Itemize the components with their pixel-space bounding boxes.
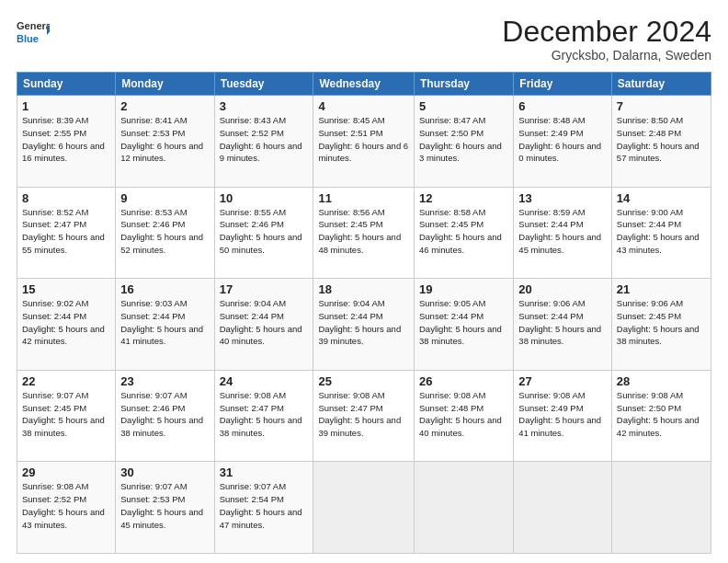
calendar-cell: 9Sunrise: 8:53 AMSunset: 2:46 PMDaylight… [116, 187, 214, 279]
title-block: December 2024 Grycksbo, Dalarna, Sweden [502, 17, 711, 63]
day-detail: Sunrise: 8:55 AMSunset: 2:46 PMDaylight:… [220, 206, 309, 257]
day-detail: Sunrise: 8:47 AMSunset: 2:50 PMDaylight:… [419, 114, 508, 165]
weekday-header-wednesday: Wednesday [313, 73, 415, 96]
calendar-cell: 8Sunrise: 8:52 AMSunset: 2:47 PMDaylight… [17, 187, 116, 279]
day-number: 11 [318, 191, 409, 205]
day-number: 14 [617, 191, 706, 205]
day-detail: Sunrise: 9:04 AMSunset: 2:44 PMDaylight:… [318, 297, 409, 348]
day-number: 9 [120, 191, 209, 205]
day-detail: Sunrise: 8:56 AMSunset: 2:45 PMDaylight:… [318, 206, 409, 257]
calendar-table: SundayMondayTuesdayWednesdayThursdayFrid… [17, 72, 711, 554]
day-detail: Sunrise: 9:08 AMSunset: 2:50 PMDaylight:… [617, 389, 706, 440]
calendar-cell: 30Sunrise: 9:07 AMSunset: 2:53 PMDayligh… [116, 462, 214, 554]
calendar-cell: 7Sunrise: 8:50 AMSunset: 2:48 PMDaylight… [611, 96, 711, 188]
logo-svg: General Blue [17, 17, 50, 50]
weekday-header-row: SundayMondayTuesdayWednesdayThursdayFrid… [17, 73, 711, 96]
day-number: 12 [419, 191, 508, 205]
calendar-cell: 20Sunrise: 9:06 AMSunset: 2:44 PMDayligh… [514, 279, 612, 371]
day-detail: Sunrise: 8:43 AMSunset: 2:52 PMDaylight:… [220, 114, 309, 165]
day-number: 27 [518, 374, 607, 388]
calendar-cell: 25Sunrise: 9:08 AMSunset: 2:47 PMDayligh… [313, 370, 415, 462]
day-detail: Sunrise: 8:53 AMSunset: 2:46 PMDaylight:… [120, 206, 209, 257]
calendar-cell: 10Sunrise: 8:55 AMSunset: 2:46 PMDayligh… [214, 187, 313, 279]
calendar-cell: 21Sunrise: 9:06 AMSunset: 2:45 PMDayligh… [611, 279, 711, 371]
logo: General Blue [17, 17, 50, 50]
day-number: 22 [22, 374, 110, 388]
day-number: 15 [22, 282, 110, 296]
day-detail: Sunrise: 9:07 AMSunset: 2:53 PMDaylight:… [120, 480, 209, 531]
calendar-cell: 5Sunrise: 8:47 AMSunset: 2:50 PMDaylight… [415, 96, 514, 188]
calendar-cell [415, 462, 514, 554]
day-detail: Sunrise: 9:07 AMSunset: 2:45 PMDaylight:… [22, 389, 110, 440]
day-detail: Sunrise: 8:48 AMSunset: 2:49 PMDaylight:… [518, 114, 607, 165]
day-number: 13 [518, 191, 607, 205]
day-number: 24 [220, 374, 309, 388]
calendar-page: General Blue December 2024 Grycksbo, Dal… [0, 0, 728, 563]
day-number: 25 [318, 374, 409, 388]
calendar-cell: 13Sunrise: 8:59 AMSunset: 2:44 PMDayligh… [514, 187, 612, 279]
day-detail: Sunrise: 9:08 AMSunset: 2:48 PMDaylight:… [419, 389, 508, 440]
day-detail: Sunrise: 9:06 AMSunset: 2:45 PMDaylight:… [617, 297, 706, 348]
calendar-cell: 1Sunrise: 8:39 AMSunset: 2:55 PMDaylight… [17, 96, 116, 188]
day-number: 3 [220, 99, 309, 113]
weekday-header-tuesday: Tuesday [214, 73, 313, 96]
calendar-cell: 18Sunrise: 9:04 AMSunset: 2:44 PMDayligh… [313, 279, 415, 371]
calendar-cell: 19Sunrise: 9:05 AMSunset: 2:44 PMDayligh… [415, 279, 514, 371]
calendar-cell: 28Sunrise: 9:08 AMSunset: 2:50 PMDayligh… [611, 370, 711, 462]
location: Grycksbo, Dalarna, Sweden [502, 48, 711, 63]
calendar-cell: 16Sunrise: 9:03 AMSunset: 2:44 PMDayligh… [116, 279, 214, 371]
weekday-header-thursday: Thursday [415, 73, 514, 96]
header: General Blue December 2024 Grycksbo, Dal… [17, 17, 711, 63]
weekday-header-sunday: Sunday [17, 73, 116, 96]
svg-text:General: General [17, 20, 50, 31]
calendar-cell: 31Sunrise: 9:07 AMSunset: 2:54 PMDayligh… [214, 462, 313, 554]
day-detail: Sunrise: 9:05 AMSunset: 2:44 PMDaylight:… [419, 297, 508, 348]
day-number: 23 [120, 374, 209, 388]
day-number: 21 [617, 282, 706, 296]
calendar-cell [313, 462, 415, 554]
calendar-cell: 29Sunrise: 9:08 AMSunset: 2:52 PMDayligh… [17, 462, 116, 554]
calendar-cell: 15Sunrise: 9:02 AMSunset: 2:44 PMDayligh… [17, 279, 116, 371]
calendar-cell: 6Sunrise: 8:48 AMSunset: 2:49 PMDaylight… [514, 96, 612, 188]
day-number: 8 [22, 191, 110, 205]
day-number: 6 [518, 99, 607, 113]
month-title: December 2024 [502, 17, 711, 46]
calendar-cell: 2Sunrise: 8:41 AMSunset: 2:53 PMDaylight… [116, 96, 214, 188]
calendar-cell: 12Sunrise: 8:58 AMSunset: 2:45 PMDayligh… [415, 187, 514, 279]
calendar-cell: 22Sunrise: 9:07 AMSunset: 2:45 PMDayligh… [17, 370, 116, 462]
day-detail: Sunrise: 8:59 AMSunset: 2:44 PMDaylight:… [518, 206, 607, 257]
calendar-cell: 11Sunrise: 8:56 AMSunset: 2:45 PMDayligh… [313, 187, 415, 279]
calendar-cell: 4Sunrise: 8:45 AMSunset: 2:51 PMDaylight… [313, 96, 415, 188]
day-detail: Sunrise: 8:50 AMSunset: 2:48 PMDaylight:… [617, 114, 706, 165]
day-number: 19 [419, 282, 508, 296]
day-detail: Sunrise: 9:08 AMSunset: 2:47 PMDaylight:… [220, 389, 309, 440]
day-detail: Sunrise: 8:39 AMSunset: 2:55 PMDaylight:… [22, 114, 110, 165]
day-detail: Sunrise: 9:07 AMSunset: 2:54 PMDaylight:… [220, 480, 309, 531]
day-number: 20 [518, 282, 607, 296]
calendar-cell: 14Sunrise: 9:00 AMSunset: 2:44 PMDayligh… [611, 187, 711, 279]
day-detail: Sunrise: 8:45 AMSunset: 2:51 PMDaylight:… [318, 114, 409, 165]
day-number: 30 [120, 465, 209, 479]
week-row-1: 1Sunrise: 8:39 AMSunset: 2:55 PMDaylight… [17, 96, 711, 188]
day-detail: Sunrise: 8:52 AMSunset: 2:47 PMDaylight:… [22, 206, 110, 257]
calendar-cell: 23Sunrise: 9:07 AMSunset: 2:46 PMDayligh… [116, 370, 214, 462]
day-number: 7 [617, 99, 706, 113]
calendar-cell [514, 462, 612, 554]
day-detail: Sunrise: 8:58 AMSunset: 2:45 PMDaylight:… [419, 206, 508, 257]
day-number: 10 [220, 191, 309, 205]
day-number: 31 [220, 465, 309, 479]
calendar-body: 1Sunrise: 8:39 AMSunset: 2:55 PMDaylight… [17, 96, 711, 554]
day-detail: Sunrise: 9:03 AMSunset: 2:44 PMDaylight:… [120, 297, 209, 348]
day-number: 29 [22, 465, 110, 479]
week-row-5: 29Sunrise: 9:08 AMSunset: 2:52 PMDayligh… [17, 462, 711, 554]
day-number: 5 [419, 99, 508, 113]
day-detail: Sunrise: 9:04 AMSunset: 2:44 PMDaylight:… [220, 297, 309, 348]
day-detail: Sunrise: 9:02 AMSunset: 2:44 PMDaylight:… [22, 297, 110, 348]
day-detail: Sunrise: 9:00 AMSunset: 2:44 PMDaylight:… [617, 206, 706, 257]
weekday-header-saturday: Saturday [611, 73, 711, 96]
day-number: 17 [220, 282, 309, 296]
calendar-cell: 24Sunrise: 9:08 AMSunset: 2:47 PMDayligh… [214, 370, 313, 462]
svg-text:Blue: Blue [17, 33, 39, 44]
week-row-4: 22Sunrise: 9:07 AMSunset: 2:45 PMDayligh… [17, 370, 711, 462]
day-number: 1 [22, 99, 110, 113]
